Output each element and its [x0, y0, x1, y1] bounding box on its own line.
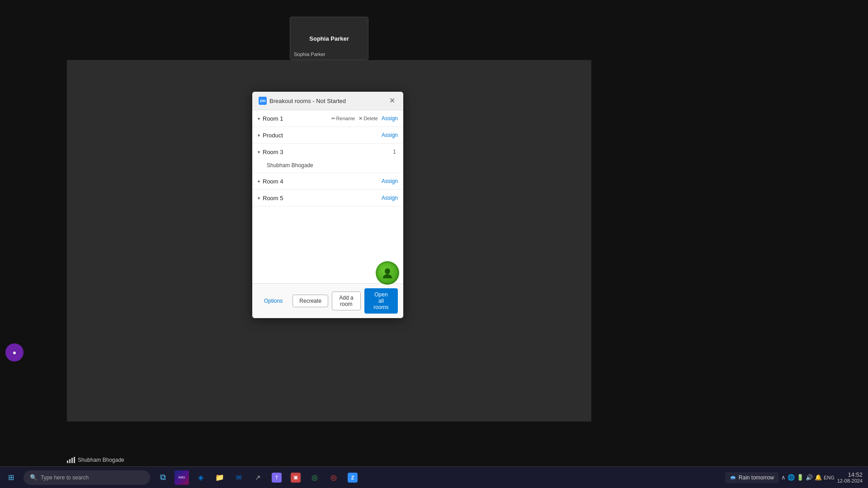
windows-icon: ⊞: [8, 473, 14, 482]
participant-card: Sophia Parker Sophia Parker: [290, 17, 368, 60]
participant-shubham: Shubham Bhogade: [267, 162, 313, 169]
browser-thumbnail: IMG: [173, 469, 191, 487]
modal-close-button[interactable]: ✕: [387, 96, 397, 105]
open-all-rooms-button[interactable]: Open all rooms: [364, 288, 398, 314]
room-actions-product: Assign: [382, 132, 398, 138]
zoom-taskbar-icon: Z: [348, 473, 358, 483]
mail-icon: ✉: [233, 472, 244, 483]
start-button[interactable]: ⊞: [0, 467, 22, 488]
add-room-button[interactable]: Add a room: [332, 291, 361, 310]
app8[interactable]: ▣: [287, 469, 305, 487]
shubham-bottom-label: Shubham Bhogade: [67, 457, 124, 463]
clock-date: 12-08-2024: [837, 478, 863, 483]
pencil-icon: ✏: [331, 116, 335, 122]
participant-name: Sophia Parker: [309, 35, 349, 42]
rain-icon: 🌧: [730, 474, 736, 481]
taskview-app[interactable]: ⧉: [154, 469, 172, 487]
taskbar-apps: ⧉ IMG ◈ 📁 ✉ ↗ T ▣ ◎ ◎ Z: [154, 469, 362, 487]
file-explorer-app[interactable]: 📁: [211, 469, 229, 487]
file-explorer-icon: 📁: [214, 472, 225, 483]
network-icon[interactable]: 🌐: [788, 474, 795, 481]
room-actions-room5: Assign: [382, 195, 398, 201]
teams-icon: T: [272, 473, 282, 483]
zoom-icon: zm: [259, 97, 267, 105]
room-list: ▾ Room 1 ✏ Rename ✕ Delete Assign: [252, 110, 403, 283]
modal-title: Breakout rooms - Not Started: [269, 98, 346, 104]
assign-button-room1[interactable]: Assign: [382, 115, 398, 122]
recreate-button[interactable]: Recreate: [292, 295, 328, 307]
room-name-room4: Room 4: [263, 178, 382, 185]
assign-button-room4[interactable]: Assign: [382, 178, 398, 184]
chevron-room3[interactable]: ▾: [258, 150, 260, 155]
room-actions-room1: ✏ Rename ✕ Delete Assign: [331, 115, 398, 122]
taskbar-search[interactable]: 🔍 Type here to search: [24, 470, 150, 485]
zoom-app[interactable]: Z: [344, 469, 362, 487]
options-button[interactable]: Options: [258, 295, 289, 307]
chevron-room5[interactable]: ▾: [258, 196, 260, 201]
edge-app[interactable]: ◈: [192, 469, 210, 487]
system-clock[interactable]: 14:52 12-08-2024: [837, 471, 863, 483]
chevron-room4[interactable]: ▾: [258, 179, 260, 184]
floating-avatar: [376, 261, 399, 285]
taskbar: ⊞ 🔍 Type here to search ⧉ IMG ◈ 📁 ✉ ↗ T: [0, 466, 868, 488]
chrome-app[interactable]: ◎: [306, 469, 324, 487]
edge-icon: ◈: [195, 472, 206, 483]
room-name-room3: Room 3: [263, 149, 393, 155]
room-actions-room4: Assign: [382, 178, 398, 184]
room-item-room1: ▾ Room 1 ✏ Rename ✕ Delete Assign: [252, 110, 403, 127]
chrome2-app[interactable]: ◎: [325, 469, 343, 487]
x-icon: ✕: [359, 116, 363, 122]
weather-text: Rain tomorrow: [739, 474, 774, 481]
modal-header: zm Breakout rooms - Not Started ✕: [252, 92, 403, 110]
weather-widget[interactable]: 🌧 Rain tomorrow: [725, 472, 778, 483]
participant-sub-row-room3: Shubham Bhogade: [252, 160, 403, 173]
room-item-room3: ▾ Room 3 1 Shubham Bhogade: [252, 144, 403, 173]
thumbnail-image: IMG: [175, 470, 189, 485]
room-row-room3: ▾ Room 3 1: [252, 144, 403, 160]
breakout-rooms-modal: zm Breakout rooms - Not Started ✕ ▾ Room…: [252, 92, 403, 318]
delete-button-room1[interactable]: ✕ Delete: [359, 116, 378, 122]
taskbar-right: 🌧 Rain tomorrow ∧ 🌐 🔋 🔊 🔔 ENG 14:52 12-0…: [725, 471, 868, 483]
system-tray: ∧ 🌐 🔋 🔊 🔔 ENG: [781, 474, 835, 481]
mail-app[interactable]: ✉: [230, 469, 248, 487]
room-name-product: Product: [263, 132, 382, 139]
search-placeholder: Type here to search: [41, 474, 89, 481]
purple-avatar: ●: [5, 343, 24, 361]
signal-bars-icon: [67, 457, 75, 463]
modal-header-left: zm Breakout rooms - Not Started: [259, 97, 346, 105]
room-row-room4: ▾ Room 4 Assign: [252, 173, 403, 189]
room-row-product: ▾ Product Assign: [252, 127, 403, 143]
chrome-icon: ◎: [309, 472, 320, 483]
taskview-icon: ⧉: [157, 472, 168, 483]
search-icon: 🔍: [30, 474, 37, 481]
chrome2-icon: ◎: [328, 472, 339, 483]
battery-icon[interactable]: 🔋: [797, 474, 804, 481]
chevron-room1[interactable]: ▾: [258, 116, 260, 121]
room-name-room5: Room 5: [263, 195, 382, 202]
modal-footer: Options Recreate Add a room Open all roo…: [252, 283, 403, 318]
assign-button-product[interactable]: Assign: [382, 132, 398, 138]
assign-button-room5[interactable]: Assign: [382, 195, 398, 201]
room-count-room3: 1: [393, 149, 396, 155]
app8-icon: ▣: [291, 473, 301, 483]
arrow-app[interactable]: ↗: [249, 469, 267, 487]
room-name-room1: Room 1: [263, 115, 331, 122]
arrow-icon: ↗: [252, 472, 263, 483]
room-actions-room3: 1: [393, 149, 398, 155]
rename-button-room1[interactable]: ✏ Rename: [331, 116, 355, 122]
shubham-name-label: Shubham Bhogade: [78, 457, 124, 463]
clock-time: 14:52: [837, 471, 863, 478]
avatar-icon: [381, 267, 394, 279]
participant-sub-name: Sophia Parker: [294, 52, 326, 57]
room-item-room4: ▾ Room 4 Assign: [252, 173, 403, 190]
floating-avatar-inner: [377, 263, 397, 283]
sound-icon[interactable]: 🔊: [806, 474, 813, 481]
notification-icon[interactable]: 🔔: [815, 474, 822, 481]
language-label: ENG: [824, 475, 835, 480]
room-item-room5: ▾ Room 5 Assign: [252, 190, 403, 206]
room-item-product: ▾ Product Assign: [252, 127, 403, 144]
chevron-product[interactable]: ▾: [258, 133, 260, 138]
tray-chevron[interactable]: ∧: [781, 474, 786, 481]
room-row-room1: ▾ Room 1 ✏ Rename ✕ Delete Assign: [252, 110, 403, 127]
teams-app[interactable]: T: [268, 469, 286, 487]
